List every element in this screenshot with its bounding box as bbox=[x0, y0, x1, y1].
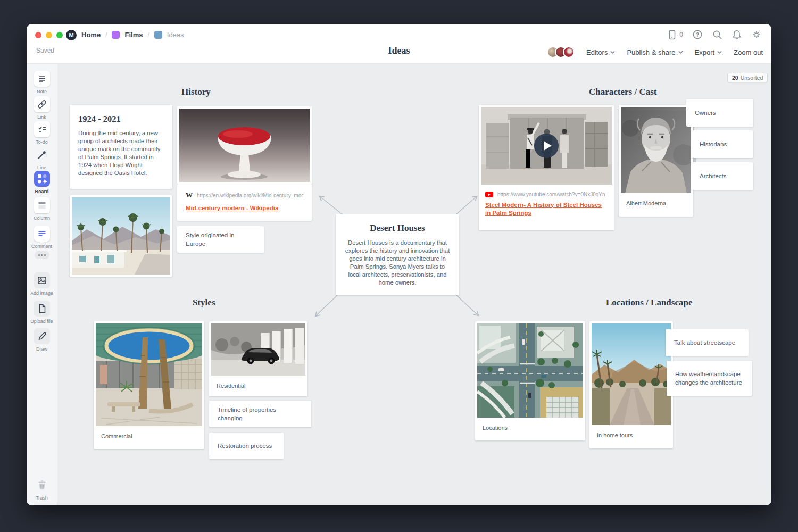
tool-upload-file[interactable]: Upload file bbox=[27, 301, 57, 324]
image-card-aerial-intersection[interactable]: Locations bbox=[475, 321, 585, 440]
breadcrumb-films[interactable]: Films bbox=[124, 31, 143, 39]
play-button[interactable] bbox=[534, 134, 559, 158]
center-title: Desert Houses bbox=[343, 223, 452, 234]
tool-todo-label: To-do bbox=[27, 139, 57, 145]
video-title[interactable]: Steel Modern- A History of Steel Houses … bbox=[485, 201, 608, 217]
zoom-out-button[interactable]: Zoom out bbox=[734, 48, 763, 56]
save-status: Saved bbox=[36, 47, 54, 54]
tool-trash[interactable]: Trash bbox=[27, 477, 57, 501]
youtube-favicon bbox=[485, 192, 493, 197]
comment-tail bbox=[39, 239, 44, 244]
notifications-button[interactable] bbox=[732, 29, 742, 40]
board-icon bbox=[34, 171, 50, 187]
tool-upload-file-label: Upload file bbox=[27, 319, 57, 324]
chevron-down-icon bbox=[678, 51, 683, 54]
tool-note-label: Note bbox=[27, 89, 57, 94]
image-caption: In home tours bbox=[592, 425, 671, 438]
export-menu[interactable]: Export bbox=[695, 48, 722, 56]
publish-share-menu[interactable]: Publish & share bbox=[627, 48, 683, 56]
tool-board[interactable]: Board bbox=[27, 171, 57, 194]
bell-icon bbox=[732, 29, 742, 40]
link-url: https://en.wikipedia.org/wiki/Mid-centur… bbox=[197, 193, 303, 198]
note-text: Restoration process bbox=[218, 442, 272, 450]
note-card-restoration[interactable]: Restoration process bbox=[209, 433, 284, 459]
note-text: Architects bbox=[700, 172, 727, 180]
tool-line[interactable]: Line bbox=[27, 147, 57, 170]
breadcrumb-separator: / bbox=[105, 31, 107, 39]
note-card-historians[interactable]: Historians bbox=[691, 130, 753, 158]
unsorted-badge[interactable]: 20 Unsorted bbox=[727, 73, 768, 82]
note-text: Talk about streetscape bbox=[674, 338, 735, 347]
breadcrumb-home[interactable]: Home bbox=[81, 31, 101, 39]
image-card-palm-springs-street[interactable] bbox=[70, 195, 172, 277]
link-icon bbox=[37, 99, 47, 110]
note-card-architects[interactable]: Architects bbox=[691, 162, 753, 190]
zoom-out-label: Zoom out bbox=[734, 48, 763, 56]
link-card-wikipedia[interactable]: W https://en.wikipedia.org/wiki/Mid-cent… bbox=[177, 184, 312, 221]
editor-avatars[interactable] bbox=[547, 46, 575, 58]
line-icon bbox=[36, 149, 48, 161]
tool-board-label: Board bbox=[27, 189, 57, 194]
tool-line-label: Line bbox=[27, 165, 57, 170]
tool-column[interactable]: Column bbox=[27, 197, 57, 221]
help-button[interactable]: ? bbox=[692, 29, 703, 40]
center-body: Desert Houses is a documentary that expl… bbox=[343, 239, 452, 287]
titlebar: M Home / Films / Ideas Saved Ideas 0 ? bbox=[27, 24, 771, 64]
tool-more[interactable] bbox=[27, 251, 57, 259]
column-icon bbox=[36, 200, 48, 211]
note-icon bbox=[37, 73, 47, 84]
breadcrumb: Home / Films / Ideas bbox=[81, 31, 184, 39]
section-header-styles: Styles bbox=[193, 297, 215, 308]
tool-todo[interactable]: To-do bbox=[27, 121, 57, 145]
breadcrumb-separator: / bbox=[147, 31, 149, 39]
tool-comment[interactable]: Comment bbox=[27, 226, 57, 249]
tool-note[interactable]: Note bbox=[27, 71, 57, 94]
breadcrumb-ideas[interactable]: Ideas bbox=[167, 31, 184, 39]
image-card-commercial[interactable]: Commercial bbox=[94, 321, 204, 449]
mobile-device-icon bbox=[667, 29, 677, 40]
milanote-logo[interactable]: M bbox=[66, 30, 77, 40]
mobile-device-button[interactable]: 0 bbox=[667, 29, 683, 40]
section-header-characters: Characters / Cast bbox=[589, 87, 656, 97]
search-button[interactable] bbox=[712, 29, 722, 40]
video-card-steel-modern[interactable]: https://www.youtube.com/watch?v=0NxJ0qYn… bbox=[479, 105, 614, 230]
export-label: Export bbox=[695, 48, 715, 56]
tool-draw-label: Draw bbox=[27, 346, 57, 352]
note-card-weather[interactable]: How weather/landscape changes the archit… bbox=[667, 361, 752, 396]
publish-share-label: Publish & share bbox=[627, 48, 675, 56]
aerial-intersection-photo bbox=[477, 323, 583, 418]
maximize-window-button[interactable] bbox=[56, 32, 63, 38]
avatar bbox=[563, 46, 575, 58]
note-card-streetscape[interactable]: Talk about streetscape bbox=[666, 329, 749, 356]
note-card-timeline[interactable]: Timeline of properties changing bbox=[209, 401, 311, 427]
settings-button[interactable] bbox=[751, 29, 762, 40]
play-icon bbox=[544, 141, 552, 151]
editors-label: Editors bbox=[586, 48, 608, 56]
note-card-style-origin[interactable]: Style originated in Europe bbox=[177, 226, 264, 253]
wikipedia-favicon: W bbox=[186, 191, 193, 200]
note-body: During the mid-century, a new group of a… bbox=[78, 129, 164, 177]
note-text: Timeline of properties changing bbox=[218, 405, 303, 422]
minimize-window-button[interactable] bbox=[46, 32, 52, 38]
image-card-albert-moderna[interactable]: Albert Moderna bbox=[619, 105, 693, 217]
image-card-residential[interactable]: Residential bbox=[209, 321, 307, 396]
image-card-tulip-chair[interactable] bbox=[177, 106, 312, 184]
link-title[interactable]: Mid-century modern - Wikipedia bbox=[186, 204, 303, 212]
tool-draw[interactable]: Draw bbox=[27, 328, 57, 352]
note-card-desert-houses[interactable]: Desert Houses Desert Houses is a documen… bbox=[336, 214, 459, 295]
unsorted-label: Unsorted bbox=[741, 74, 763, 81]
image-card-street-view[interactable]: In home tours bbox=[589, 321, 673, 448]
board-canvas[interactable]: 20 Unsorted History Characters / Cast St… bbox=[57, 63, 771, 505]
tool-comment-label: Comment bbox=[27, 244, 57, 249]
note-card-1924[interactable]: 1924 - 2021 During the mid-century, a ne… bbox=[70, 105, 172, 189]
editors-menu[interactable]: Editors bbox=[586, 48, 615, 56]
tool-add-image[interactable]: Add image bbox=[27, 272, 57, 296]
tool-add-image-label: Add image bbox=[27, 290, 57, 296]
section-header-history: History bbox=[181, 87, 211, 97]
note-card-owners[interactable]: Owners bbox=[686, 99, 753, 127]
tool-link[interactable]: Link bbox=[27, 96, 57, 120]
close-window-button[interactable] bbox=[35, 32, 41, 38]
todo-icon bbox=[37, 124, 47, 135]
commercial-building-photo bbox=[96, 323, 202, 426]
note-text: How weather/landscape changes the archit… bbox=[675, 370, 744, 387]
